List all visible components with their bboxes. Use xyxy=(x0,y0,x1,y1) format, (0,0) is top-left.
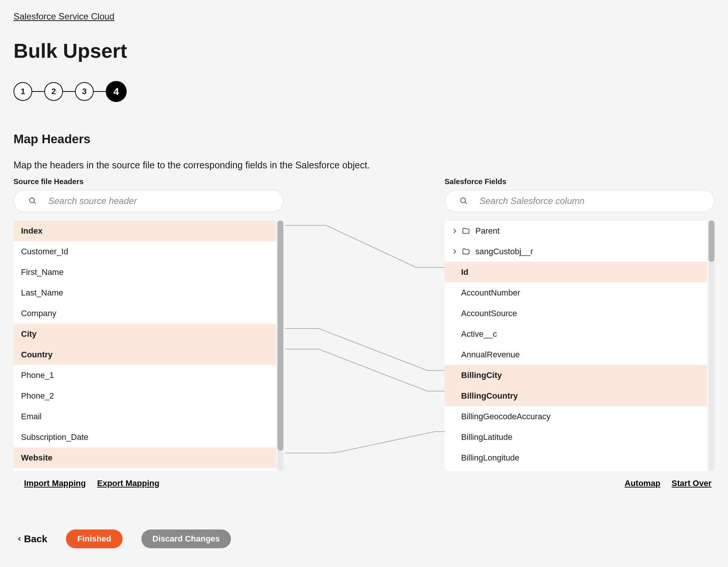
source-row-country[interactable]: Country xyxy=(13,344,276,365)
salesforce-scrollbar-thumb[interactable] xyxy=(709,220,715,262)
source-headers-label: Source file Headers xyxy=(13,177,296,186)
source-row-company[interactable]: Company xyxy=(13,303,276,324)
source-row-phone-1[interactable]: Phone_1 xyxy=(13,365,276,386)
source-row-index[interactable]: Index xyxy=(13,220,276,241)
step-connector xyxy=(63,91,75,92)
chevron-right-icon xyxy=(452,249,457,254)
step-3[interactable]: 3 xyxy=(75,82,94,101)
automap-button[interactable]: Automap xyxy=(625,478,660,488)
import-mapping-button[interactable]: Import Mapping xyxy=(24,478,86,488)
folder-icon xyxy=(462,248,470,256)
sf-row-billingcity[interactable]: BillingCity xyxy=(445,365,707,386)
source-scrollbar[interactable] xyxy=(277,220,283,471)
step-connector xyxy=(94,91,106,92)
source-headers-list: Index Customer_Id First_Name Last_Name C… xyxy=(13,220,276,471)
section-description: Map the headers in the source file to th… xyxy=(13,160,715,171)
sf-row-id[interactable]: Id xyxy=(445,262,707,282)
page-title: Bulk Upsert xyxy=(13,39,715,62)
chevron-left-icon xyxy=(17,537,22,541)
source-row-customer-id[interactable]: Customer_Id xyxy=(13,241,276,262)
sf-row-parent[interactable]: Parent xyxy=(445,220,707,241)
breadcrumb[interactable]: Salesforce Service Cloud xyxy=(13,11,114,22)
source-row-last-name[interactable]: Last_Name xyxy=(13,282,276,303)
source-search-input[interactable] xyxy=(13,190,283,212)
salesforce-fields-list: Parent sangCustobj__r Id AccountNumber A… xyxy=(445,220,707,471)
sf-row-billinglongitude[interactable]: BillingLongitude xyxy=(445,447,707,468)
mapping-connectors xyxy=(285,208,457,459)
sf-row-accountnumber[interactable]: AccountNumber xyxy=(445,282,707,303)
discard-changes-button[interactable]: Discard Changes xyxy=(141,530,231,548)
salesforce-search-input[interactable] xyxy=(445,190,715,212)
search-icon xyxy=(28,197,37,205)
search-icon xyxy=(460,197,468,205)
finished-button[interactable]: Finished xyxy=(66,530,122,548)
sf-row-active-c[interactable]: Active__c xyxy=(445,324,707,344)
export-mapping-button[interactable]: Export Mapping xyxy=(97,478,159,488)
sf-row-annualrevenue[interactable]: AnnualRevenue xyxy=(445,344,707,365)
salesforce-fields-label: Salesforce Fields xyxy=(445,177,715,186)
source-row-email[interactable]: Email xyxy=(13,406,276,427)
start-over-button[interactable]: Start Over xyxy=(672,478,712,488)
step-2[interactable]: 2 xyxy=(44,82,63,101)
sf-row-accountsource[interactable]: AccountSource xyxy=(445,303,707,324)
source-row-first-name[interactable]: First_Name xyxy=(13,262,276,282)
folder-icon xyxy=(462,227,470,235)
step-4[interactable]: 4 xyxy=(106,81,127,102)
sf-row-sangcustobj[interactable]: sangCustobj__r xyxy=(445,241,707,262)
sf-row-billinglatitude[interactable]: BillingLatitude xyxy=(445,427,707,447)
salesforce-scrollbar[interactable] xyxy=(709,220,715,471)
source-row-subscription-date[interactable]: Subscription_Date xyxy=(13,427,276,447)
sf-row-billinggeocodeaccuracy[interactable]: BillingGeocodeAccuracy xyxy=(445,406,707,427)
chevron-right-icon xyxy=(452,228,457,234)
step-connector xyxy=(32,91,44,92)
stepper: 1 2 3 4 xyxy=(13,81,715,102)
sf-row-billingcountry[interactable]: BillingCountry xyxy=(445,386,707,406)
source-row-phone-2[interactable]: Phone_2 xyxy=(13,386,276,406)
back-button[interactable]: Back xyxy=(17,533,47,545)
section-title: Map Headers xyxy=(13,132,715,146)
source-row-website[interactable]: Website xyxy=(13,447,276,468)
step-1[interactable]: 1 xyxy=(13,82,32,101)
source-scrollbar-thumb[interactable] xyxy=(277,220,283,451)
source-row-city[interactable]: City xyxy=(13,324,276,344)
